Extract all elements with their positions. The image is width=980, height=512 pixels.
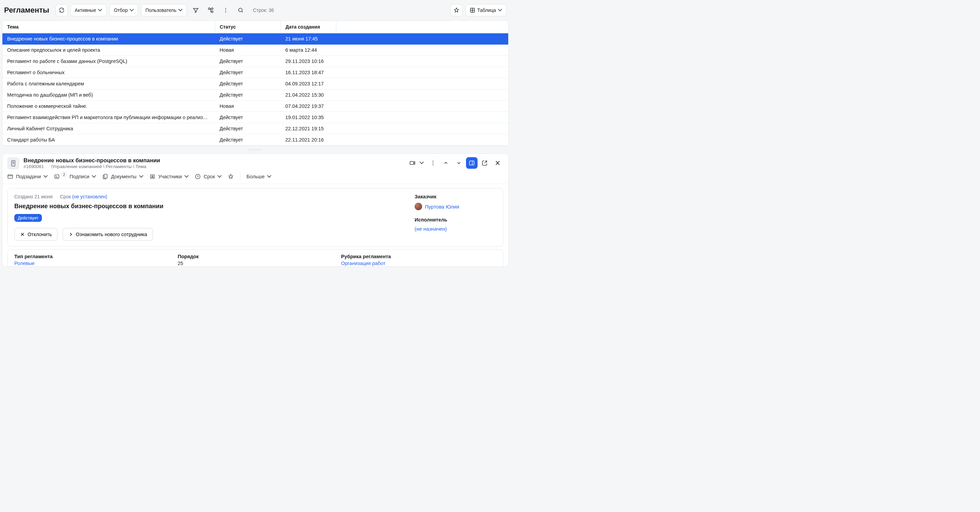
- deadline-button[interactable]: Срок: [195, 173, 221, 180]
- cell-created: 21 июня 17:45: [280, 33, 336, 44]
- participants-label: Участники: [158, 174, 182, 179]
- table-row[interactable]: Описание предпосылок и целей проектаНова…: [2, 44, 508, 56]
- tree-view-button[interactable]: [205, 4, 217, 16]
- cell-topic: Описание предпосылок и целей проекта: [2, 44, 215, 56]
- page-title: Регламенты: [4, 6, 49, 14]
- side-panel-button[interactable]: [466, 157, 477, 169]
- table-row[interactable]: Регламент взаимодействия РП и маркетолог…: [2, 112, 508, 123]
- cell-spacer: [336, 101, 508, 112]
- table-row[interactable]: Положение о коммерческой тайне.Новая07.0…: [2, 101, 508, 112]
- favorite-toggle[interactable]: [228, 173, 234, 180]
- cell-spacer: [336, 112, 508, 123]
- prop-rubric-value[interactable]: Организация работ: [341, 261, 496, 266]
- svg-point-6: [239, 8, 242, 12]
- chevron-down-icon: [130, 8, 134, 12]
- detail-more-button[interactable]: [427, 157, 439, 169]
- filter-selection-dropdown[interactable]: Отбор: [109, 4, 138, 16]
- svg-point-12: [433, 164, 433, 165]
- reject-button-label: Отклонить: [27, 232, 52, 237]
- cell-created: 29.11.2023 10:16: [280, 56, 336, 67]
- reject-button[interactable]: Отклонить: [14, 228, 57, 241]
- cell-created: 6 марта 12:44: [280, 44, 336, 56]
- signatures-button[interactable]: 2 Подписи: [54, 173, 96, 180]
- svg-rect-17: [150, 175, 154, 179]
- cell-status: Действует: [215, 56, 280, 67]
- table-row[interactable]: Регламент по работе с базами данных (Pos…: [2, 56, 508, 67]
- customer-label: Заказчик: [415, 194, 496, 199]
- cell-topic: Регламент взаимодействия РП и маркетолог…: [2, 112, 215, 123]
- participants-button[interactable]: Участники: [150, 173, 189, 180]
- video-call-button[interactable]: [407, 157, 418, 169]
- filter-active-dropdown[interactable]: Активные: [70, 4, 107, 16]
- deadline-label: Срок: [204, 174, 215, 179]
- view-mode-label: Таблица: [477, 8, 496, 13]
- view-mode-dropdown[interactable]: Таблица: [465, 4, 506, 16]
- table-row[interactable]: Личный Кабинет СотрудникаДействует22.12.…: [2, 123, 508, 135]
- table-row[interactable]: Методичка по дашбордам (МП и веб)Действу…: [2, 89, 508, 101]
- prop-type-value[interactable]: Ролевые: [14, 261, 170, 266]
- nav-up-button[interactable]: [440, 157, 452, 169]
- col-header-status[interactable]: Статус: [215, 21, 280, 33]
- cell-status: Действует: [215, 135, 280, 146]
- svg-rect-1: [212, 8, 213, 10]
- documents-button[interactable]: Документы: [102, 173, 143, 180]
- customer-name-link[interactable]: Пуртова Юлия: [425, 204, 459, 209]
- status-badge: Действует: [14, 214, 42, 222]
- cell-spacer: [336, 33, 508, 44]
- table-row[interactable]: Регламент о больничныхДействует16.11.202…: [2, 67, 508, 78]
- cell-status: Действует: [215, 112, 280, 123]
- data-table: Тема Статус Дата создания Внедрение новы…: [2, 21, 509, 146]
- detail-breadcrumb[interactable]: !Управление компанией \ Регламенты \ Тем…: [51, 164, 146, 169]
- document-icon: [7, 157, 19, 170]
- assignee-link[interactable]: (не назначен): [415, 226, 447, 232]
- cell-spacer: [336, 135, 508, 146]
- more-actions-button[interactable]: Больше: [247, 174, 271, 179]
- col-header-spacer: [336, 21, 508, 33]
- cell-topic: Методичка по дашбордам (МП и веб): [2, 89, 215, 101]
- subtasks-button[interactable]: Подзадачи: [7, 173, 48, 180]
- nav-down-button[interactable]: [453, 157, 465, 169]
- close-button[interactable]: [492, 157, 503, 169]
- filter-active-label: Активные: [75, 8, 96, 13]
- cell-status: Действует: [215, 89, 280, 101]
- cell-created: 22.11.2021 20:16: [280, 135, 336, 146]
- refresh-button[interactable]: [56, 4, 68, 16]
- cell-status: Действует: [215, 123, 280, 135]
- deadline-prefix: Срок: [60, 194, 71, 199]
- panel-resize-handle[interactable]: [2, 147, 509, 152]
- table-row[interactable]: Работа с платежным календаремДействует04…: [2, 78, 508, 89]
- table-row[interactable]: Стандарт работы БАДействует22.11.2021 20…: [2, 135, 508, 146]
- svg-rect-14: [8, 175, 13, 179]
- favorite-button[interactable]: [450, 4, 463, 16]
- col-header-topic[interactable]: Тема: [2, 21, 215, 33]
- cell-spacer: [336, 123, 508, 135]
- chevron-right-icon: [68, 232, 73, 237]
- chevron-down-icon[interactable]: [420, 161, 424, 165]
- cell-topic: Личный Кабинет Сотрудника: [2, 123, 215, 135]
- col-header-created[interactable]: Дата создания: [280, 21, 336, 33]
- chevron-down-icon: [139, 174, 143, 179]
- filter-icon-button[interactable]: [189, 4, 202, 16]
- cell-created: 19.01.2022 10:35: [280, 112, 336, 123]
- filter-selection-label: Отбор: [114, 8, 128, 13]
- cell-spacer: [336, 67, 508, 78]
- svg-point-5: [225, 11, 226, 12]
- chevron-down-icon: [185, 174, 189, 179]
- more-button[interactable]: [220, 4, 232, 16]
- search-button[interactable]: [234, 4, 247, 16]
- table-row[interactable]: Внедрение новых бизнес-процессов в компа…: [2, 33, 508, 44]
- card-title: Внедрение новых бизнес-процессов в компа…: [14, 203, 406, 210]
- documents-label: Документы: [111, 174, 137, 179]
- row-count-label: Строк: 36: [253, 8, 274, 13]
- deadline-link[interactable]: (не установлен): [72, 194, 107, 199]
- signatures-count: 2: [61, 172, 67, 177]
- filter-user-dropdown[interactable]: Пользователь: [141, 4, 187, 16]
- inform-button[interactable]: Ознакомить нового сотрудника: [63, 228, 153, 241]
- chevron-down-icon: [218, 174, 221, 179]
- chevron-down-icon: [92, 174, 96, 179]
- prop-type-label: Тип регламента: [14, 254, 170, 259]
- open-external-button[interactable]: [479, 157, 490, 169]
- cell-topic: Работа с платежным календарем: [2, 78, 215, 89]
- chevron-down-icon: [98, 8, 102, 12]
- cell-created: 04.09.2023 12:17: [280, 78, 336, 89]
